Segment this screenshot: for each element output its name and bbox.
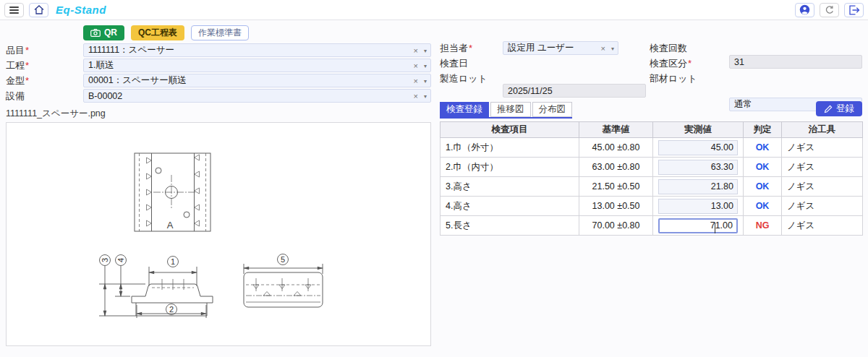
clear-icon[interactable]: ×: [414, 76, 418, 87]
header-measured-value: 実測値: [653, 122, 744, 138]
die-combo: × ▾: [83, 74, 431, 87]
qr-scan-button[interactable]: QR: [83, 25, 124, 40]
drawing-filename: 1111111_スペーサー.png: [6, 108, 431, 120]
judgement-cell: OK: [744, 197, 782, 216]
clear-icon[interactable]: ×: [414, 91, 418, 102]
judgement-cell: OK: [744, 158, 782, 177]
app-logo: Eq-Stand: [56, 4, 106, 16]
field-row-item: 品目* × ▾: [6, 43, 431, 57]
logout-button[interactable]: [844, 3, 864, 17]
inspection-date-input[interactable]: [503, 85, 645, 97]
measured-value-input[interactable]: [658, 199, 738, 214]
item-input[interactable]: [84, 44, 430, 56]
header-standard-value: 基準値: [579, 122, 653, 138]
dim-3-number: 3: [101, 258, 109, 262]
tab-distribution-chart[interactable]: 分布図: [532, 102, 573, 117]
material-lot-label: 部材ロット: [650, 72, 726, 85]
measured-value-input[interactable]: [658, 140, 738, 155]
dropdown-caret-icon[interactable]: ▾: [424, 92, 427, 101]
user-account-button[interactable]: [795, 3, 814, 17]
measured-value-cell: [653, 197, 744, 216]
production-lot-label: 製造ロット: [440, 72, 502, 85]
clear-icon[interactable]: ×: [601, 43, 605, 54]
technical-drawing-svg: A 1: [7, 123, 430, 345]
inspection-item-cell: 2.巾（内寸）: [441, 158, 579, 177]
tool-cell: ノギス: [782, 158, 863, 177]
field-row-die: 金型* × ▾: [6, 74, 431, 87]
header-tool: 治工具: [782, 122, 863, 138]
logout-icon: [848, 5, 860, 15]
dropdown-caret-icon[interactable]: ▾: [424, 61, 427, 71]
clear-icon[interactable]: ×: [414, 46, 418, 56]
refresh-button[interactable]: [820, 3, 839, 17]
inspection-type-label: 検査区分*: [650, 56, 726, 70]
view-a-label: A: [167, 220, 174, 231]
table-row: 3.高さ 21.50 ±0.50 OK ノギス: [441, 177, 863, 197]
table-row: 1.巾（外寸） 45.00 ±0.80 OK ノギス: [441, 138, 863, 158]
judgement-cell: OK: [744, 177, 782, 197]
user-icon: [799, 4, 810, 15]
dim-1-number: 1: [171, 257, 175, 266]
inspection-count-field: [729, 55, 862, 69]
left-panel: QR QC工程表 作業標準書 品目* × ▾ 工程* × ▾ 金型* × ▾ 設…: [6, 20, 431, 346]
work-standard-button[interactable]: 作業標準書: [191, 25, 249, 40]
inspection-item-cell: 5.長さ: [441, 216, 579, 236]
toolbar: QR QC工程表 作業標準書: [83, 25, 431, 40]
field-row-process: 工程* × ▾: [6, 59, 431, 72]
person-in-charge-label: 担当者*: [440, 41, 502, 55]
inspection-table-body: 1.巾（外寸） 45.00 ±0.80 OK ノギス 2.巾（内寸） 63.00…: [441, 138, 863, 236]
measured-value-cell: [653, 138, 744, 158]
header-inspection-item: 検査項目: [441, 122, 579, 138]
right-panel: 担当者* × ▾ 検査回数 検査日 検査区分* 製造ロット 部材ロット 検査登録…: [440, 20, 862, 353]
home-button[interactable]: [29, 3, 48, 17]
text-cursor: [715, 223, 715, 233]
standard-value-cell: 21.50 ±0.50: [579, 177, 653, 197]
top-bar: Eq-Stand: [0, 0, 868, 20]
process-input[interactable]: [84, 59, 430, 72]
equipment-input[interactable]: [84, 90, 430, 102]
inspection-count-label: 検査回数: [650, 41, 726, 55]
header-judgement: 判定: [744, 122, 782, 138]
measured-value-input[interactable]: [658, 218, 738, 233]
item-combo: × ▾: [83, 43, 431, 57]
table-row: 5.長さ 70.00 ±0.80 NG ノギス: [441, 216, 863, 236]
die-label: 金型*: [6, 74, 83, 87]
tool-cell: ノギス: [782, 216, 863, 236]
tab-inspection-register[interactable]: 検査登録: [440, 102, 489, 117]
section-view: 1 2: [99, 255, 213, 319]
register-button[interactable]: 登録: [816, 101, 862, 116]
tab-trend-chart[interactable]: 推移図: [490, 102, 531, 117]
process-combo: × ▾: [83, 59, 431, 72]
home-icon: [34, 5, 44, 14]
equipment-label: 設備: [6, 90, 83, 103]
inspection-item-cell: 1.巾（外寸）: [441, 138, 579, 158]
pencil-icon: [824, 105, 833, 113]
inspection-date-field[interactable]: [503, 84, 646, 98]
dim-4-number: 4: [116, 258, 125, 262]
standard-value-cell: 45.00 ±0.80: [579, 138, 653, 158]
tool-cell: ノギス: [782, 177, 863, 197]
tab-bar: 検査登録 推移図 分布図: [440, 102, 572, 119]
item-label: 品目*: [6, 44, 83, 57]
inspection-date-label: 検査日: [440, 56, 502, 70]
field-row-equipment: 設備 × ▾: [6, 89, 431, 103]
die-input[interactable]: [84, 74, 430, 87]
clear-icon[interactable]: ×: [414, 61, 418, 72]
person-in-charge-combo: × ▾: [503, 41, 618, 55]
measured-value-cell: [653, 158, 744, 177]
qc-chart-button[interactable]: QC工程表: [131, 25, 184, 40]
dropdown-caret-icon[interactable]: ▾: [611, 44, 614, 53]
plan-view: A: [135, 153, 210, 231]
measured-value-cell: [653, 216, 744, 236]
inspection-item-cell: 4.高さ: [441, 197, 579, 216]
table-row: 4.高さ 13.00 ±0.50 OK ノギス: [441, 197, 863, 216]
standard-value-cell: 63.00 ±0.80: [579, 158, 653, 177]
side-view: 5: [244, 254, 323, 308]
measured-value-input[interactable]: [658, 179, 738, 194]
dropdown-caret-icon[interactable]: ▾: [424, 77, 427, 86]
menu-button[interactable]: [4, 3, 24, 17]
dropdown-caret-icon[interactable]: ▾: [424, 46, 427, 56]
judgement-cell: NG: [744, 216, 782, 236]
measured-value-input[interactable]: [658, 160, 738, 175]
refresh-icon: [825, 5, 835, 15]
